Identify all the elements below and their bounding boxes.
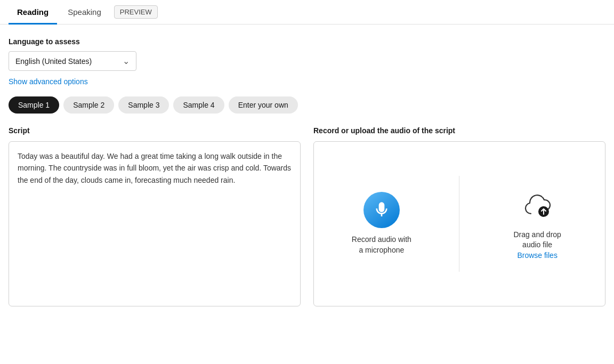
samples-row: Sample 1 Sample 2 Sample 3 Sample 4 Ente… [9, 96, 605, 114]
upload-cloud-icon [519, 187, 555, 223]
main-columns: Script Today was a beautiful day. We had… [9, 126, 605, 306]
tab-preview[interactable]: PREVIEW [114, 5, 158, 19]
audio-column: Record or upload the audio of the script… [313, 126, 605, 306]
microphone-icon [363, 192, 400, 228]
show-advanced-link[interactable]: Show advanced options [9, 77, 88, 86]
language-dropdown[interactable]: English (United States) ⌄ [9, 51, 136, 71]
script-text: Today was a beautiful day. We had a grea… [18, 152, 291, 184]
audio-upload-box: Record audio with a microphone [313, 141, 605, 306]
script-text-box: Today was a beautiful day. We had a grea… [9, 141, 301, 306]
language-selected-value: English (United States) [15, 57, 92, 66]
sample-pill-2[interactable]: Sample 2 [63, 96, 114, 114]
tabs-bar: Reading Speaking PREVIEW [0, 0, 614, 25]
tab-speaking[interactable]: Speaking [59, 0, 110, 25]
audio-heading: Record or upload the audio of the script [313, 126, 605, 135]
sample-pill-3[interactable]: Sample 3 [118, 96, 169, 114]
upload-audio-option[interactable]: Drag and drop audio file Browse files [505, 187, 569, 261]
main-content: Language to assess English (United State… [0, 25, 614, 315]
chevron-down-icon: ⌄ [123, 56, 130, 66]
tab-reading[interactable]: Reading [9, 0, 57, 25]
script-heading: Script [9, 126, 301, 135]
record-audio-option[interactable]: Record audio with a microphone [350, 192, 414, 255]
tab-speaking-label: Speaking [68, 7, 101, 17]
sample-pill-1[interactable]: Sample 1 [9, 96, 59, 114]
sample-pill-enter-own[interactable]: Enter your own [229, 96, 298, 114]
script-column: Script Today was a beautiful day. We had… [9, 126, 301, 306]
tab-reading-label: Reading [17, 7, 49, 17]
record-audio-label: Record audio with a microphone [350, 234, 414, 255]
language-label: Language to assess [9, 37, 605, 46]
upload-audio-label: Drag and drop audio file Browse files [505, 230, 569, 261]
sample-pill-4[interactable]: Sample 4 [173, 96, 224, 114]
browse-files-link[interactable]: Browse files [517, 251, 557, 260]
tab-preview-label: PREVIEW [120, 8, 152, 16]
divider [459, 176, 459, 272]
